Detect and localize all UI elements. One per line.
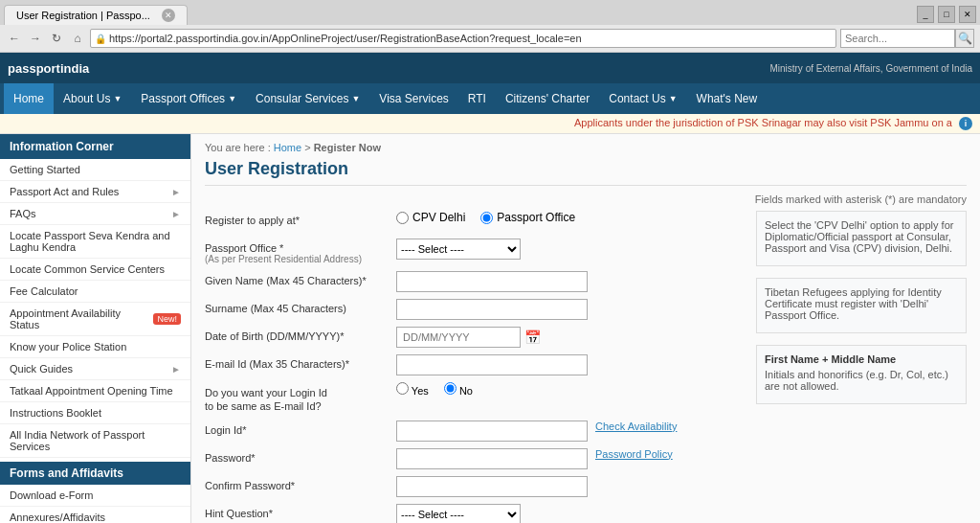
sidebar-item-police-station[interactable]: Know your Police Station: [0, 336, 190, 358]
password-row: Password* Password Policy: [205, 448, 746, 469]
password-label: Password*: [205, 448, 396, 464]
browser-tab[interactable]: User Registration | Passpo... ✕: [4, 5, 188, 25]
given-name-label: Given Name (Max 45 Characters)*: [205, 271, 396, 286]
yes-option[interactable]: Yes: [396, 382, 429, 397]
nav-about[interactable]: About Us ▼: [54, 83, 131, 114]
hint-question-label: Hint Question*: [205, 504, 396, 519]
sidebar-item-faqs[interactable]: FAQs ►: [0, 203, 190, 225]
tab-title: User Registration | Passpo...: [16, 10, 150, 21]
back-button[interactable]: ←: [6, 30, 23, 47]
refresh-button[interactable]: ↻: [48, 30, 65, 47]
login-same-label: Do you want your Login Idto be same as E…: [205, 382, 396, 414]
hint-question-select[interactable]: ---- Select ----: [396, 504, 521, 523]
yes-radio[interactable]: [396, 382, 409, 395]
address-bar[interactable]: 🔒 https://portal2.passportindia.gov.in/A…: [90, 29, 836, 48]
form-right: Select the 'CPV Delhi' option to apply f…: [756, 211, 967, 523]
minimize-button[interactable]: _: [917, 6, 934, 23]
nav-rti[interactable]: RTI: [458, 83, 496, 114]
name-note-text: Initials and honorifics (e.g. Dr, Col, e…: [765, 369, 958, 392]
nav-contact[interactable]: Contact Us ▼: [599, 83, 686, 114]
sidebar-item-quick-guides[interactable]: Quick Guides ►: [0, 358, 190, 380]
sidebar-item-passport-act[interactable]: Passport Act and Rules ►: [0, 181, 190, 203]
email-label: E-mail Id (Max 35 Characters)*: [205, 354, 396, 370]
login-id-input[interactable]: [396, 421, 588, 442]
breadcrumb-home[interactable]: Home: [274, 142, 301, 153]
forward-button[interactable]: →: [27, 30, 44, 47]
password-input[interactable]: [396, 448, 588, 469]
tibetan-info-box: Tibetan Refugees applying for Identity C…: [756, 278, 967, 333]
sidebar: Information Corner Getting Started Passp…: [0, 134, 191, 523]
nav-consular[interactable]: Consular Services ▼: [246, 83, 369, 114]
sidebar-item-instructions[interactable]: Instructions Booklet: [0, 402, 190, 424]
given-name-input[interactable]: [396, 271, 588, 292]
sidebar-item-locate-centers[interactable]: Locate Common Service Centers: [0, 259, 190, 281]
no-option[interactable]: No: [444, 382, 473, 397]
passport-office-select[interactable]: ---- Select ----: [396, 239, 521, 260]
passport-office-row: Passport Office * (As per Present Reside…: [205, 239, 746, 264]
content-area: You are here : Home > Register Now User …: [191, 134, 980, 523]
register-apply-row: Register to apply at* CPV Delhi Passport…: [205, 211, 746, 232]
dob-label: Date of Birth (DD/MM/YYYY)*: [205, 327, 396, 342]
dob-row: Date of Birth (DD/MM/YYYY)* 📅: [205, 327, 746, 348]
nav-bar: Home About Us ▼ Passport Offices ▼ Consu…: [0, 83, 980, 114]
sidebar-item-fee-calc[interactable]: Fee Calculator: [0, 281, 190, 303]
info-icon[interactable]: i: [959, 117, 972, 130]
maximize-button[interactable]: □: [938, 6, 955, 23]
dob-input[interactable]: [396, 327, 521, 348]
sidebar-section-forms: Forms and Affidavits: [0, 462, 190, 485]
search-input[interactable]: [840, 29, 955, 48]
passport-office-option[interactable]: Passport Office: [480, 211, 575, 224]
cpv-info-box: Select the 'CPV Delhi' option to apply f…: [756, 211, 967, 266]
login-same-row: Do you want your Login Idto be same as E…: [205, 382, 746, 414]
email-row: E-mail Id (Max 35 Characters)*: [205, 354, 746, 375]
page-title: User Registration: [205, 159, 967, 186]
sidebar-section-info: Information Corner: [0, 134, 190, 159]
nav-whats-new[interactable]: What's New: [687, 83, 768, 114]
nav-passport-offices[interactable]: Passport Offices ▼: [131, 83, 246, 114]
sidebar-item-annexures[interactable]: Annexures/Affidavits: [0, 507, 190, 523]
breadcrumb-current: Register Now: [314, 142, 381, 153]
sidebar-item-locate-kendra[interactable]: Locate Passport Seva Kendra and Laghu Ke…: [0, 225, 190, 259]
nav-charter[interactable]: Citizens' Charter: [496, 83, 599, 114]
form-body: Register to apply at* CPV Delhi Passport…: [205, 211, 967, 523]
cpv-delhi-radio[interactable]: [396, 212, 409, 224]
nav-visa[interactable]: Visa Services: [369, 83, 457, 114]
search-button[interactable]: 🔍: [955, 29, 974, 48]
tab-close-icon[interactable]: ✕: [162, 9, 175, 22]
register-apply-label: Register to apply at*: [205, 211, 396, 226]
given-name-row: Given Name (Max 45 Characters)*: [205, 271, 746, 292]
browser-chrome: User Registration | Passpo... ✕ _ □ ✕ ← …: [0, 0, 980, 53]
home-button[interactable]: ⌂: [69, 30, 86, 47]
name-info-heading: First Name + Middle Name: [765, 353, 896, 365]
nav-home[interactable]: Home: [4, 83, 54, 114]
ministry-text: Ministry of External Affairs, Government…: [769, 63, 972, 74]
close-button[interactable]: ✕: [959, 6, 976, 23]
register-radio-group: CPV Delhi Passport Office: [396, 211, 575, 224]
no-radio[interactable]: [444, 382, 457, 395]
sidebar-item-getting-started[interactable]: Getting Started: [0, 159, 190, 181]
mandatory-note: Fields marked with asterisk (*) are mand…: [205, 193, 967, 205]
login-same-radio-group: Yes No: [396, 382, 473, 397]
passport-office-radio[interactable]: [480, 212, 493, 224]
sidebar-item-all-india[interactable]: All India Network of Passport Services: [0, 424, 190, 458]
email-input[interactable]: [396, 354, 588, 375]
login-id-label: Login Id*: [205, 421, 396, 436]
notification-text: Applicants under the jurisdiction of PSK…: [574, 117, 972, 130]
check-availability-link[interactable]: Check Availability: [595, 421, 677, 432]
password-policy-link[interactable]: Password Policy: [595, 448, 673, 460]
sidebar-item-download-form[interactable]: Download e-Form: [0, 485, 190, 507]
name-info-box: First Name + Middle Name Initials and ho…: [756, 345, 967, 404]
site-header: passportindia Ministry of External Affai…: [0, 53, 980, 83]
confirm-password-label: Confirm Password*: [205, 476, 396, 491]
main-content: Information Corner Getting Started Passp…: [0, 134, 980, 523]
sidebar-item-appointment-status[interactable]: Appointment Availability Status New!: [0, 303, 190, 336]
passport-office-label: Passport Office * (As per Present Reside…: [205, 239, 396, 264]
calendar-icon[interactable]: 📅: [524, 330, 541, 345]
sidebar-item-tatkaal[interactable]: Tatkaal Appointment Opening Time: [0, 380, 190, 402]
lock-icon: 🔒: [95, 34, 106, 44]
confirm-password-input[interactable]: [396, 476, 588, 497]
cpv-delhi-option[interactable]: CPV Delhi: [396, 211, 465, 224]
surname-input[interactable]: [396, 299, 588, 320]
search-area: 🔍: [840, 29, 974, 48]
login-id-row: Login Id* Check Availability: [205, 421, 746, 442]
